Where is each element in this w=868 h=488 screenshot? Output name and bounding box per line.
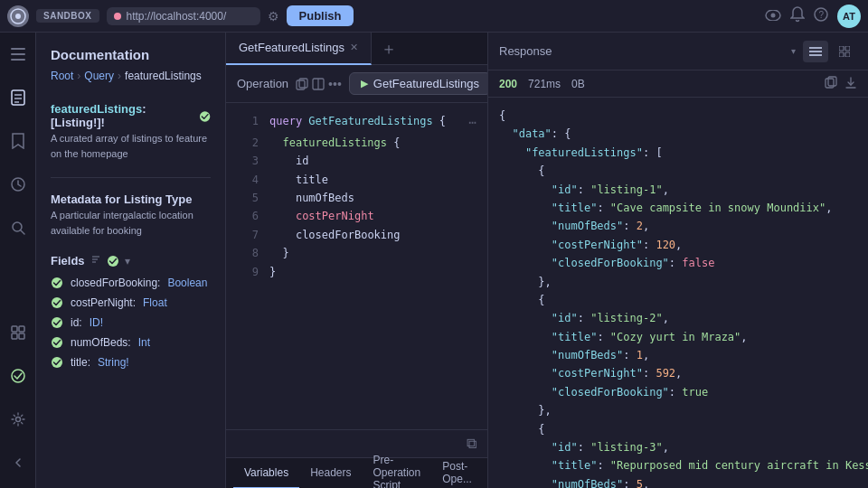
- code-line: 9}: [226, 263, 487, 281]
- svg-rect-41: [839, 52, 844, 57]
- field-check-icon: [51, 356, 63, 369]
- sidebar-icon-bookmark[interactable]: [4, 127, 33, 155]
- publish-button[interactable]: Publish: [287, 5, 354, 26]
- field-name-text: featuredListings: [51, 102, 142, 116]
- line-number: 7: [237, 226, 259, 244]
- sidebar-icon-settings[interactable]: [4, 405, 33, 434]
- copy-operation-icon[interactable]: [296, 78, 308, 90]
- operation-tab-active[interactable]: GetFeaturedListings ✕: [226, 33, 372, 65]
- svg-rect-16: [12, 326, 17, 332]
- fields-check-icon: [107, 255, 119, 267]
- breadcrumb-current: featuredListings: [125, 70, 202, 82]
- avatar[interactable]: AT: [837, 5, 861, 28]
- sort-icon[interactable]: [90, 254, 101, 267]
- field-items-list: closedForBooking: Boolean costPerNight: …: [36, 273, 225, 372]
- line-number: 9: [237, 263, 259, 281]
- sidebar-icon-check[interactable]: [4, 361, 33, 390]
- response-line: "data": {: [499, 125, 857, 143]
- svg-rect-8: [11, 59, 25, 61]
- topbar: SANDBOX http://localhost:4000/ ⚙ Publish…: [0, 0, 868, 33]
- response-line: "closedForBooking": false: [499, 254, 857, 272]
- line-number: 5: [237, 189, 259, 207]
- field-check-icon: [51, 336, 63, 349]
- fields-label: Fields: [51, 254, 85, 267]
- field-item-name: numOfBeds:: [71, 336, 131, 349]
- sidebar-icon-docs[interactable]: [4, 83, 33, 112]
- response-line: "title": "Cozy yurt in Mraza",: [499, 328, 857, 346]
- operation-tab-label: GetFeaturedListings: [239, 41, 344, 54]
- tab-close-btn[interactable]: ✕: [350, 42, 358, 53]
- field-item[interactable]: id: ID!: [36, 313, 225, 333]
- help-icon[interactable]: ?: [814, 7, 828, 25]
- eye-icon[interactable]: [765, 8, 781, 24]
- field-item[interactable]: numOfBeds: Int: [36, 333, 225, 352]
- run-label: GetFeaturedListings: [373, 77, 479, 90]
- breadcrumb-root[interactable]: Root: [51, 70, 73, 82]
- response-line: {: [499, 291, 857, 309]
- line-number: 2: [237, 134, 259, 152]
- run-icon: ▶: [361, 78, 368, 89]
- response-line: "title": "Repurposed mid century aircraf…: [499, 456, 857, 474]
- line-options-icon[interactable]: ⋯: [469, 112, 476, 134]
- bell-icon[interactable]: [790, 6, 805, 26]
- response-code: 200: [499, 78, 517, 90]
- svg-line-15: [21, 230, 24, 234]
- response-line: "closedForBooking": true: [499, 383, 857, 401]
- sandbox-badge: SANDBOX: [36, 9, 99, 23]
- layout-icon[interactable]: [312, 78, 325, 90]
- field-item[interactable]: title: String!: [36, 352, 225, 372]
- field-item-type: String!: [98, 356, 129, 369]
- view-grid-icon[interactable]: [832, 41, 857, 62]
- left-panel: Documentation Root › Query › featuredLis…: [36, 33, 226, 488]
- settings-icon[interactable]: ⚙: [268, 9, 279, 23]
- svg-rect-7: [11, 53, 25, 55]
- field-item-name: costPerNight:: [71, 296, 136, 309]
- add-tab-button[interactable]: ＋: [372, 33, 406, 65]
- field-item-name: closedForBooking:: [71, 277, 160, 289]
- response-status-bar: 200 721ms 0B: [488, 70, 868, 98]
- response-line: "id": "listing-1",: [499, 181, 857, 199]
- sidebar-icon-collapse[interactable]: [4, 448, 33, 477]
- response-line: {: [499, 162, 857, 180]
- sidebar-icon-history[interactable]: [4, 170, 33, 199]
- code-line: 8 }: [226, 244, 487, 262]
- svg-rect-19: [19, 333, 24, 339]
- response-copy-icon[interactable]: [825, 76, 837, 91]
- view-list-icon[interactable]: [803, 41, 828, 62]
- bottom-tab-post-ope...[interactable]: Post-Ope...: [431, 458, 483, 489]
- line-number: 4: [237, 171, 259, 189]
- field-item[interactable]: closedForBooking: Boolean: [36, 273, 225, 293]
- field-name-label: featuredListings: [Listing!]!: [51, 102, 195, 129]
- line-number: 6: [237, 207, 259, 225]
- line-content: closedForBooking: [269, 226, 401, 244]
- bottom-tab-variables[interactable]: Variables: [233, 458, 299, 489]
- response-line: },: [499, 273, 857, 291]
- copy-icon[interactable]: ⧉: [467, 436, 476, 452]
- line-content: }: [269, 244, 289, 262]
- sidebar-icon-search[interactable]: [4, 213, 33, 242]
- code-editor[interactable]: 1query GetFeaturedListings {⋯2 featuredL…: [226, 103, 487, 429]
- code-line: 6 costPerNight: [226, 207, 487, 225]
- app-logo[interactable]: [7, 5, 29, 27]
- response-caret[interactable]: ▾: [791, 46, 796, 56]
- response-download-icon[interactable]: [844, 76, 857, 91]
- response-view-toggles: [803, 41, 857, 62]
- sidebar-icon-explorer[interactable]: [4, 318, 33, 347]
- url-bar[interactable]: http://localhost:4000/: [107, 7, 260, 25]
- fields-header: Fields ▾: [36, 247, 225, 273]
- response-size: 0B: [571, 78, 585, 90]
- line-content: id: [269, 152, 308, 170]
- svg-rect-17: [19, 326, 24, 332]
- bottom-tab-headers[interactable]: Headers: [299, 458, 362, 489]
- operation-tabbar: GetFeaturedListings ✕ ＋: [226, 33, 487, 65]
- more-options-icon[interactable]: •••: [328, 77, 342, 91]
- response-line: "featuredListings": [: [499, 144, 857, 162]
- bottom-tab-pre-operation-script[interactable]: Pre-Operation Script: [363, 458, 432, 489]
- sidebar-icon-menu[interactable]: [4, 40, 33, 69]
- run-button[interactable]: ▶ GetFeaturedListings: [349, 72, 488, 95]
- breadcrumb-query[interactable]: Query: [84, 70, 114, 82]
- code-line: 3 id: [226, 152, 487, 170]
- fields-expand-icon[interactable]: ▾: [125, 255, 130, 267]
- field-item[interactable]: costPerNight: Float: [36, 293, 225, 313]
- url-text: http://localhost:4000/: [127, 10, 227, 23]
